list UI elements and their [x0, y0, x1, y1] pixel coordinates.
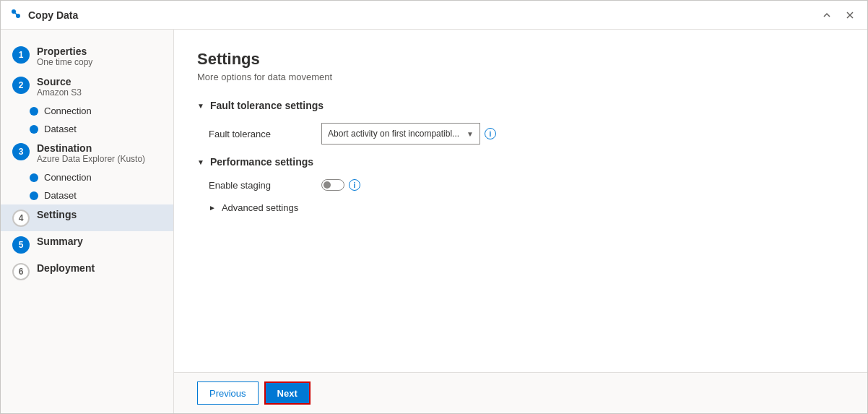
- sidebar-item-summary[interactable]: 5 Summary: [1, 231, 173, 258]
- title-bar-actions: [818, 9, 859, 21]
- svg-line-2: [14, 12, 18, 16]
- step-circle-6: 6: [12, 263, 30, 280]
- title-bar: Copy Data: [1, 1, 867, 30]
- step-2-sub: Amazon S3: [37, 87, 82, 98]
- step-2-label: Source: [37, 76, 82, 87]
- source-dataset-label: Dataset: [44, 124, 77, 134]
- fault-tolerance-collapse-icon: ▼: [197, 102, 204, 110]
- performance-collapse-icon: ▼: [197, 158, 204, 166]
- step-1-label: Properties: [37, 46, 92, 57]
- step-circle-3: 3: [12, 143, 30, 160]
- step-5-text: Summary: [37, 236, 83, 247]
- destination-dataset-dot: [30, 191, 38, 200]
- step-3-label: Destination: [37, 142, 145, 154]
- destination-connection-label: Connection: [44, 172, 92, 183]
- main-content: 1 Properties One time copy 2 Source Amaz…: [1, 30, 867, 413]
- advanced-settings-row[interactable]: ► Advanced settings: [197, 202, 844, 213]
- fault-tolerance-section-title: Fault tolerance settings: [210, 100, 324, 111]
- fault-tolerance-value: Abort activity on first incompatibl...: [328, 129, 464, 139]
- content-body: Settings More options for data movement …: [174, 30, 867, 372]
- destination-connection-dot: [30, 173, 38, 182]
- source-connection-dot: [30, 107, 38, 116]
- expand-icon: ►: [209, 204, 216, 212]
- step-6-text: Deployment: [37, 262, 95, 274]
- content-footer: Previous Next: [174, 372, 867, 413]
- step-circle-5: 5: [12, 236, 30, 254]
- sidebar-item-properties[interactable]: 1 Properties One time copy: [1, 41, 173, 72]
- fault-tolerance-label: Fault tolerance: [209, 129, 310, 139]
- copy-data-icon: [9, 7, 22, 23]
- step-circle-2: 2: [12, 77, 30, 94]
- toggle-knob: [324, 181, 331, 189]
- source-sub-items: Connection Dataset: [1, 102, 173, 138]
- fault-tolerance-section-header[interactable]: ▼ Fault tolerance settings: [197, 100, 844, 111]
- window-title: Copy Data: [28, 9, 78, 21]
- enable-staging-control: i: [321, 179, 360, 191]
- title-bar-left: Copy Data: [9, 7, 78, 23]
- sidebar-item-source[interactable]: 2 Source Amazon S3: [1, 72, 173, 102]
- enable-staging-label: Enable staging: [209, 180, 310, 191]
- sidebar-item-destination[interactable]: 3 Destination Azure Data Explorer (Kusto…: [1, 138, 173, 168]
- next-button[interactable]: Next: [264, 381, 311, 405]
- sidebar-item-settings[interactable]: 4 Settings: [1, 204, 173, 231]
- fault-tolerance-info-icon[interactable]: i: [485, 128, 496, 139]
- dropdown-arrow-icon: ▼: [466, 130, 474, 138]
- performance-section-header[interactable]: ▼ Performance settings: [197, 156, 844, 168]
- step-circle-1: 1: [12, 46, 30, 64]
- source-connection-item[interactable]: Connection: [30, 102, 173, 120]
- source-dataset-item[interactable]: Dataset: [30, 120, 173, 138]
- step-2-text: Source Amazon S3: [37, 76, 82, 98]
- performance-section-title: Performance settings: [210, 156, 313, 168]
- destination-dataset-label: Dataset: [44, 190, 77, 201]
- fault-tolerance-row: Fault tolerance Abort activity on first …: [197, 123, 844, 145]
- step-1-text: Properties One time copy: [37, 46, 92, 67]
- destination-dataset-item[interactable]: Dataset: [30, 186, 173, 204]
- destination-connection-item[interactable]: Connection: [30, 168, 173, 186]
- source-dataset-dot: [30, 125, 38, 134]
- source-connection-label: Connection: [44, 105, 92, 116]
- sidebar: 1 Properties One time copy 2 Source Amaz…: [1, 30, 174, 413]
- page-title: Settings: [197, 50, 844, 69]
- step-5-label: Summary: [37, 236, 83, 247]
- copy-data-window: Copy Data 1 Properties One time copy: [0, 0, 868, 414]
- step-3-sub: Azure Data Explorer (Kusto): [37, 154, 145, 164]
- fault-tolerance-control: Abort activity on first incompatibl... ▼…: [321, 123, 496, 145]
- step-4-label: Settings: [37, 209, 77, 220]
- page-subtitle: More options for data movement: [197, 72, 844, 82]
- fault-tolerance-dropdown[interactable]: Abort activity on first incompatibl... ▼: [321, 123, 480, 145]
- enable-staging-info-icon[interactable]: i: [349, 179, 360, 191]
- enable-staging-toggle[interactable]: [321, 179, 344, 191]
- content-area: Settings More options for data movement …: [174, 30, 867, 413]
- step-6-label: Deployment: [37, 262, 95, 274]
- close-button[interactable]: [841, 9, 859, 21]
- advanced-settings-label: Advanced settings: [222, 202, 298, 213]
- step-1-sub: One time copy: [37, 57, 92, 67]
- previous-button[interactable]: Previous: [197, 381, 259, 405]
- minimize-button[interactable]: [818, 9, 836, 21]
- sidebar-item-deployment[interactable]: 6 Deployment: [1, 258, 173, 285]
- step-3-text: Destination Azure Data Explorer (Kusto): [37, 142, 145, 164]
- enable-staging-row: Enable staging i: [197, 179, 844, 191]
- destination-sub-items: Connection Dataset: [1, 168, 173, 204]
- step-4-text: Settings: [37, 209, 77, 220]
- step-circle-4: 4: [12, 210, 30, 227]
